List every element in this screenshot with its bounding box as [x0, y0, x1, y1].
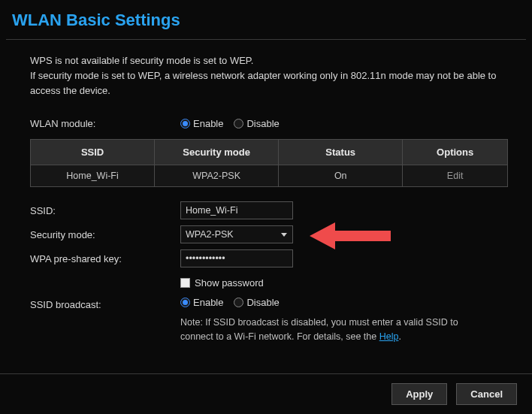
ssid-broadcast-disable-radio[interactable] — [234, 298, 243, 307]
th-status: Status — [279, 140, 403, 165]
td-edit-link[interactable]: Edit — [403, 165, 508, 187]
show-password-label: Show password — [195, 277, 264, 289]
apply-button[interactable]: Apply — [391, 383, 447, 405]
wlan-module-label: WLAN module: — [30, 118, 180, 129]
wlan-module-enable-radio[interactable] — [180, 119, 190, 128]
th-ssid: SSID — [31, 140, 155, 165]
wlan-module-radio-group: Enable Disable — [180, 118, 287, 129]
ssid-input[interactable] — [180, 201, 293, 219]
svg-marker-0 — [310, 222, 391, 249]
th-options: Options — [403, 140, 508, 165]
annotation-arrow-icon — [310, 219, 392, 252]
footer: Apply Cancel — [0, 373, 532, 414]
th-security-mode: Security mode — [155, 140, 279, 165]
ssid-broadcast-enable-label: Enable — [193, 297, 223, 308]
wlan-module-disable-label: Disable — [246, 118, 279, 129]
warning-text: WPS is not available if security mode is… — [30, 53, 506, 98]
security-mode-select[interactable]: WPA2-PSK — [180, 225, 293, 243]
ssid-broadcast-label: SSID broadcast: — [30, 297, 180, 310]
ssid-broadcast-enable-radio[interactable] — [180, 298, 190, 307]
page-title: WLAN Basic Settings — [0, 0, 532, 39]
ssid-table: SSID Security mode Status Options Home_W… — [30, 139, 508, 187]
ssid-label: SSID: — [30, 205, 180, 216]
table-row[interactable]: Home_Wi-Fi WPA2-PSK On Edit — [31, 165, 508, 187]
security-mode-label: Security mode: — [30, 229, 180, 240]
help-link[interactable]: Help — [379, 331, 399, 342]
wpa-key-input[interactable] — [180, 249, 293, 267]
note-prefix: Note: If SSID broadcast is disabled, you… — [180, 317, 458, 341]
wlan-module-enable-label: Enable — [193, 118, 223, 129]
ssid-broadcast-disable-label: Disable — [246, 297, 279, 308]
td-ssid: Home_Wi-Fi — [31, 165, 155, 187]
ssid-broadcast-radio-group: Enable Disable — [180, 297, 287, 308]
wpa-key-label: WPA pre-shared key: — [30, 253, 180, 264]
ssid-broadcast-note: Note: If SSID broadcast is disabled, you… — [180, 316, 473, 343]
wlan-module-disable-radio[interactable] — [234, 119, 243, 128]
warning-line2: If security mode is set to WEP, a wirele… — [30, 68, 506, 98]
warning-line1: WPS is not available if security mode is… — [30, 53, 506, 68]
cancel-button[interactable]: Cancel — [456, 383, 517, 405]
td-status: On — [279, 165, 403, 187]
show-password-checkbox[interactable] — [180, 278, 190, 288]
note-suffix: . — [398, 331, 401, 342]
td-security-mode: WPA2-PSK — [155, 165, 279, 187]
